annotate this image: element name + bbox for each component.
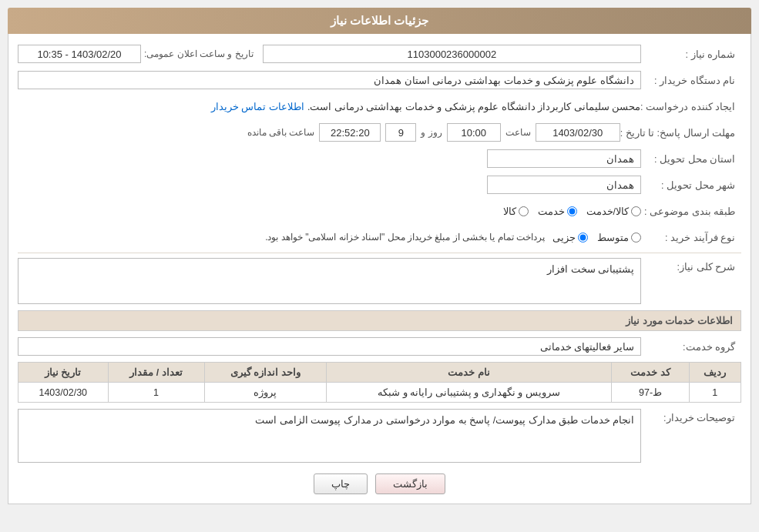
request-creator-label: ایجاد کننده درخواست : (640, 101, 741, 112)
back-button[interactable]: بازگشت (375, 473, 445, 494)
purchase-option-minor[interactable]: جزیی (552, 232, 588, 243)
general-desc-value: پشتیبانی سخت افزار (547, 264, 634, 275)
category-radio-group: کالا/خدمت خدمت کالا (503, 206, 641, 217)
category-option-goods-service[interactable]: کالا/خدمت (586, 206, 641, 217)
cell-code: ط-97 (612, 383, 689, 403)
cell-date: 1403/02/30 (18, 383, 109, 403)
service-group-value: سایر فعالیتهای خدماتی (540, 341, 634, 353)
category-label: طبقه بندی موضوعی : (641, 206, 741, 217)
request-creator-text: محسن سلیمانی کاربرداز دانشگاه علوم پزشکی… (307, 101, 640, 112)
buyer-notes-label: توصیحات خریدار: (641, 409, 741, 423)
purchase-radio-group: متوسط جزیی (552, 232, 641, 243)
buyer-org-value: دانشگاه علوم پزشکی و خدمات بهداشتی درمان… (374, 75, 634, 86)
general-desc-label: شرح کلی نیاز: (641, 258, 741, 273)
general-desc-box: پشتیبانی سخت افزار (18, 258, 641, 304)
public-announce-value: 1403/02/20 - 10:35 (37, 49, 121, 60)
contact-info-link[interactable]: اطلاعات تماس خریدار (211, 101, 304, 112)
cell-name: سرویس و نگهداری و پشتیبانی رایانه و شبکه (326, 383, 612, 403)
button-row: بازگشت چاپ (18, 473, 741, 494)
cell-unit: پروژه (204, 383, 326, 403)
buyer-notes-box: انجام خدمات طبق مدارک پیوست/ پاسخ به موا… (18, 409, 641, 463)
service-info-header: اطلاعات خدمات مورد نیاز (18, 310, 741, 331)
col-date: تاریخ نیاز (18, 363, 109, 383)
category-option-service[interactable]: خدمت (538, 206, 577, 217)
buyer-org-label: نام دستگاه خریدار : (641, 75, 741, 86)
cell-row: 1 (689, 383, 741, 403)
public-announce-label: تاریخ و ساعت اعلان عمومی: (144, 49, 254, 59)
table-row: 1ط-97سرویس و نگهداری و پشتیبانی رایانه و… (18, 383, 741, 403)
purchase-type-label: نوع فرآیند خرید : (641, 232, 741, 243)
deadline-days: 9 (398, 127, 404, 139)
purchase-option-medium[interactable]: متوسط (597, 232, 641, 243)
delivery-province-value: همدان (606, 153, 634, 165)
delivery-city-value: همدان (606, 179, 634, 191)
deadline-remaining: 22:52:20 (331, 127, 370, 139)
delivery-city-label: شهر محل تحویل : (641, 179, 741, 191)
need-number-label: شماره نیاز : (641, 49, 741, 60)
buyer-notes-value: انجام خدمات طبق مدارک پیوست/ پاسخ به موا… (255, 415, 634, 426)
deadline-label: مهلت ارسال پاسخ: تا تاریخ : (620, 127, 741, 139)
service-group-label: گروه خدمت: (641, 341, 741, 353)
col-count: تعداد / مقدار (108, 363, 204, 383)
deadline-time: 10:00 (461, 127, 486, 139)
need-number-value: 1103000236000002 (408, 49, 497, 60)
delivery-province-label: استان محل تحویل : (641, 153, 741, 165)
print-button[interactable]: چاپ (314, 473, 368, 494)
services-table: ردیف کد خدمت نام خدمت واحد اندازه گیری ت… (18, 362, 741, 403)
purchase-note: پرداخت تمام یا بخشی از مبلغ خریداز محل "… (265, 232, 545, 243)
category-option-goods[interactable]: کالا (503, 206, 529, 217)
col-name: نام خدمت (326, 363, 612, 383)
col-unit: واحد اندازه گیری (204, 363, 326, 383)
time-label: ساعت (505, 127, 531, 138)
deadline-date: 1403/02/30 (552, 127, 603, 139)
col-code: کد خدمت (612, 363, 689, 383)
page-title: جزئیات اطلاعات نیاز (8, 8, 751, 34)
remaining-label: ساعت باقی مانده (247, 127, 315, 138)
col-row: ردیف (689, 363, 741, 383)
days-label: روز و (421, 127, 442, 138)
cell-count: 1 (108, 383, 204, 403)
